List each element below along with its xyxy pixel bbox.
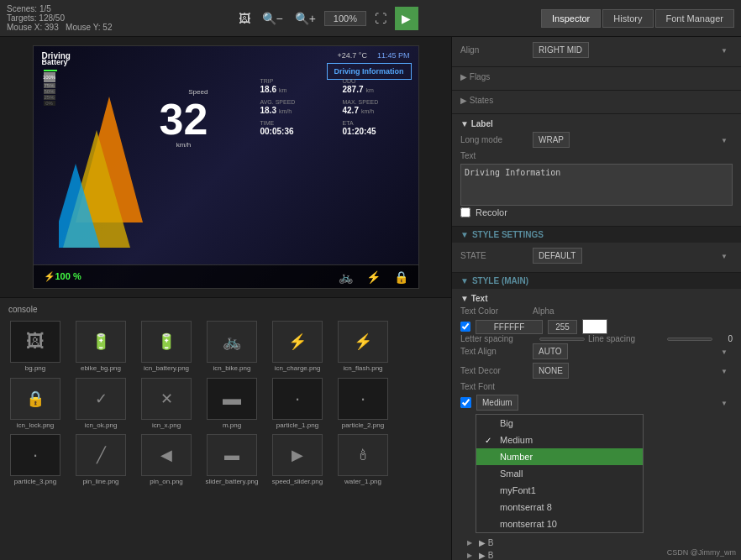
recolor-label: Recolor bbox=[476, 207, 507, 217]
asset-item[interactable]: ⚡ icn_flash.png bbox=[333, 321, 393, 373]
letter-spacing-track[interactable] bbox=[539, 338, 585, 341]
asset-item[interactable]: ▶ speed_slider.png bbox=[267, 434, 328, 486]
long-mode-select[interactable]: WRAP bbox=[533, 132, 570, 148]
fullscreen-btn[interactable]: ⛶ bbox=[371, 10, 390, 27]
asset-item[interactable]: · particle_2.png bbox=[333, 378, 393, 430]
color-enable-checkbox[interactable] bbox=[460, 322, 470, 332]
asset-item[interactable]: · particle_3.png bbox=[5, 434, 66, 486]
font-name: Big bbox=[500, 418, 513, 428]
asset-item[interactable]: 🚲 icn_bike.png bbox=[202, 321, 262, 373]
tab-history[interactable]: History bbox=[602, 9, 653, 28]
align-select[interactable]: RIGHT MID bbox=[533, 42, 589, 58]
text-decor-select-wrapper: NONE bbox=[533, 363, 733, 379]
align-label: Align bbox=[460, 45, 528, 55]
expand-arrow: ▶ bbox=[467, 539, 476, 547]
stats-row-2: AVG. SPEED 18.3 km/h MAX. SPEED 42.7 km/… bbox=[260, 99, 412, 115]
asset-item[interactable]: 🔒 icn_lock.png bbox=[5, 378, 66, 430]
font-dropdown-menu: Big✓MediumNumberSmallmyFont1montserrat 8… bbox=[476, 414, 644, 533]
battery-percent: ⚡100 % bbox=[44, 271, 81, 282]
asset-name: pin_on.png bbox=[150, 478, 183, 486]
long-mode-row: Long mode WRAP bbox=[460, 132, 733, 148]
assets-grid: 🖼 bg.png 🔋 ebike_bg.png 🔋 icn_battery.pn… bbox=[5, 321, 446, 486]
text-field[interactable]: Driving Information bbox=[460, 164, 733, 206]
zoom-display: 100% bbox=[324, 11, 366, 26]
recolor-checkbox[interactable] bbox=[460, 207, 470, 217]
font-dropdown-item[interactable]: Big bbox=[476, 415, 643, 432]
asset-item[interactable]: ✕ icn_x.png bbox=[136, 378, 197, 430]
tab-inspector[interactable]: Inspector bbox=[541, 9, 601, 28]
asset-item[interactable]: ✓ icn_ok.png bbox=[71, 378, 131, 430]
image-icon-btn[interactable]: 🖼 bbox=[235, 10, 254, 27]
expand-arrow: ▶ bbox=[467, 552, 476, 559]
asset-thumb: ▶ bbox=[272, 434, 323, 476]
tab-font-manager[interactable]: Font Manager bbox=[655, 9, 734, 28]
asset-item[interactable]: ▬ slider_battery.png bbox=[202, 434, 262, 486]
text-decor-row: Text Decor NONE bbox=[460, 363, 733, 379]
zoom-out-btn[interactable]: 🔍− bbox=[259, 10, 286, 27]
asset-item[interactable]: ╱ pin_line.png bbox=[71, 434, 131, 486]
flags-header[interactable]: ▶ Flags bbox=[460, 72, 733, 81]
font-dropdown-item[interactable]: Number bbox=[476, 448, 643, 465]
asset-item[interactable]: 🕯 water_1.png bbox=[333, 434, 393, 486]
align-select-wrapper: RIGHT MID bbox=[533, 42, 733, 58]
inspector-tabs: Inspector History Font Manager bbox=[541, 9, 734, 28]
label-section-header[interactable]: ▼ Label bbox=[460, 119, 733, 128]
long-mode-select-wrapper: WRAP bbox=[533, 132, 733, 148]
toolbar-center: 🖼 🔍− 🔍+ 100% ⛶ ▶ bbox=[118, 7, 534, 30]
asset-name: bg.png bbox=[25, 364, 45, 373]
stats-row-1: TRIP 18.6 km ODO 287.7 km bbox=[260, 78, 412, 94]
avg-speed-stat: AVG. SPEED 18.3 km/h bbox=[260, 99, 329, 115]
font-dropdown-item[interactable]: Small bbox=[476, 465, 643, 482]
main-layout: Driving +24.7 °C 11:45 PM Battery 100% bbox=[0, 37, 741, 560]
asset-item[interactable]: · particle_1.png bbox=[267, 378, 328, 430]
asset-item[interactable]: ◀ pin_on.png bbox=[136, 434, 197, 486]
asset-thumb: ◀ bbox=[141, 434, 192, 476]
play-btn[interactable]: ▶ bbox=[395, 7, 418, 30]
font-name: Number bbox=[500, 452, 533, 462]
tree-item[interactable]: ▶▶ B bbox=[460, 536, 733, 549]
text-decor-select[interactable]: NONE bbox=[533, 363, 569, 379]
text-align-select[interactable]: AUTO bbox=[533, 343, 568, 359]
asset-name: slider_battery.png bbox=[206, 478, 259, 486]
font-dropdown-item[interactable]: montserrat 10 bbox=[476, 516, 643, 532]
asset-thumb: ⚡ bbox=[338, 321, 388, 363]
font-enable-checkbox[interactable] bbox=[460, 397, 471, 408]
long-mode-label: Long mode bbox=[460, 135, 528, 144]
watermark: CSDN @Jimmy_wm bbox=[667, 548, 736, 557]
line-spacing-track[interactable] bbox=[667, 338, 712, 341]
state-select[interactable]: DEFAULT bbox=[533, 248, 582, 264]
asset-item[interactable]: 🖼 bg.png bbox=[5, 321, 66, 373]
text-decor-label: Text Decor bbox=[460, 366, 528, 375]
font-dropdown-item[interactable]: montserrat 8 bbox=[476, 499, 643, 516]
asset-item[interactable]: 🔋 ebike_bg.png bbox=[71, 321, 131, 373]
tree-item-label: ▶ B bbox=[479, 538, 493, 547]
style-main-label: STYLE (MAIN) bbox=[472, 276, 528, 285]
asset-name: icn_x.png bbox=[152, 421, 181, 430]
color-hex-input[interactable] bbox=[476, 320, 543, 334]
asset-name: m.png bbox=[223, 421, 241, 430]
bike-icon: 🚲 bbox=[339, 270, 353, 284]
text-align-label: Text Align bbox=[460, 347, 528, 356]
zoom-in-btn[interactable]: 🔍+ bbox=[292, 10, 319, 27]
font-select[interactable]: Medium bbox=[476, 395, 518, 411]
dash-top: Driving +24.7 °C 11:45 PM bbox=[34, 46, 418, 62]
style-settings-label: STYLE SETTINGS bbox=[472, 230, 544, 239]
asset-item[interactable]: 🔋 icn_battery.png bbox=[136, 321, 197, 373]
asset-name: icn_bike.png bbox=[213, 364, 251, 373]
states-header[interactable]: ▶ States bbox=[460, 96, 733, 105]
console-header: console bbox=[5, 303, 446, 316]
asset-item[interactable]: ▬ m.png bbox=[202, 378, 262, 430]
eta-stat: ETA 01:20:45 bbox=[343, 120, 412, 136]
text-style-header[interactable]: ▼ Text bbox=[460, 294, 733, 303]
align-section: Align RIGHT MID bbox=[452, 37, 741, 67]
color-swatch[interactable] bbox=[582, 319, 607, 334]
inspector-panel: Align RIGHT MID ▶ Flags ▶ States ▼ Label… bbox=[452, 37, 741, 560]
state-select-wrapper: DEFAULT bbox=[533, 248, 733, 264]
asset-item[interactable]: ⚡ icn_charge.png bbox=[267, 321, 328, 373]
font-dropdown-item[interactable]: myFont1 bbox=[476, 482, 643, 499]
font-name: myFont1 bbox=[500, 485, 536, 495]
scenes-count: Scenes: 1/5 bbox=[7, 4, 112, 13]
font-dropdown-item[interactable]: ✓Medium bbox=[476, 432, 643, 448]
state-label: STATE bbox=[460, 251, 528, 260]
asset-name: speed_slider.png bbox=[272, 478, 323, 486]
